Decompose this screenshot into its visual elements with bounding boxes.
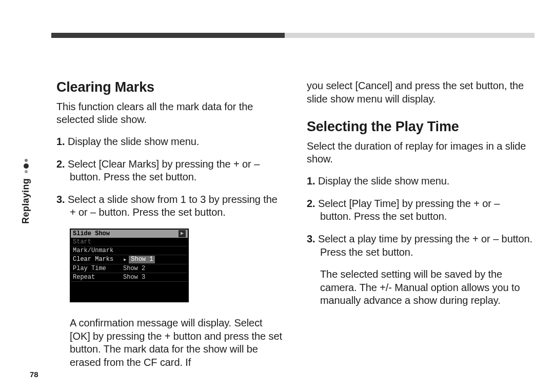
step-number: 3. bbox=[307, 233, 315, 244]
play-time-lead: Select the duration of replay for images… bbox=[307, 140, 533, 166]
step-text: Display the slide show menu. bbox=[318, 175, 449, 187]
menu-row-clear: Clear Marks▸Show 1 bbox=[71, 255, 188, 264]
menu-label: Clear Marks bbox=[73, 256, 123, 263]
clearing-marks-heading: Clearing Marks bbox=[56, 79, 283, 95]
menu-row-repeat: RepeatShow 3 bbox=[71, 273, 188, 282]
list-item: 3. Select a play time by pressing the + … bbox=[307, 233, 533, 259]
clearing-marks-steps: 1. Display the slide show menu. 2. Selec… bbox=[56, 135, 283, 219]
content-columns: Clearing Marks This function clears all … bbox=[56, 79, 533, 369]
step-text: Select [Play Time] by pressing the + or … bbox=[318, 198, 500, 222]
play-icon: ▶ bbox=[179, 230, 186, 237]
menu-label: Repeat bbox=[73, 274, 123, 281]
step-text: Select [Clear Marks] by pressing the + o… bbox=[68, 158, 260, 183]
play-time-after: The selected setting will be saved by th… bbox=[307, 268, 533, 307]
manual-page: Replaying 78 Clearing Marks This functio… bbox=[0, 0, 554, 392]
menu-title-bar: Slide Show ▶ bbox=[71, 230, 188, 238]
page-number: 78 bbox=[30, 370, 38, 379]
step-text: Select a slide show from 1 to 3 by press… bbox=[68, 194, 278, 218]
side-tab-dots bbox=[24, 159, 29, 173]
play-time-steps: 1. Display the slide show menu. 2. Selec… bbox=[307, 175, 533, 259]
menu-row-play: Play TimeShow 2 bbox=[71, 264, 188, 273]
list-item: 1. Display the slide show menu. bbox=[307, 175, 533, 188]
header-rule-dark bbox=[51, 33, 285, 38]
menu-label: Play Time bbox=[73, 265, 123, 272]
menu-label: Mark/Unmark bbox=[73, 247, 123, 254]
step-text: Display the slide show menu. bbox=[68, 136, 199, 147]
menu-label: Start bbox=[73, 238, 123, 245]
play-time-heading: Selecting the Play Time bbox=[307, 119, 533, 135]
menu-row-mark: Mark/Unmark bbox=[71, 246, 188, 255]
side-tab: Replaying bbox=[21, 159, 31, 224]
list-item: 1. Display the slide show menu. bbox=[56, 135, 283, 149]
step-number: 3. bbox=[56, 194, 65, 205]
menu-row-start: Start bbox=[71, 238, 188, 246]
header-rule-light bbox=[285, 33, 535, 38]
left-column: Clearing Marks This function clears all … bbox=[56, 79, 283, 369]
camera-menu-screenshot: Slide Show ▶ Start Mark/Unmark Clear Mar… bbox=[70, 229, 189, 302]
dot-icon bbox=[24, 163, 29, 169]
continuation-text: you select [Cancel] and press the set bu… bbox=[307, 79, 533, 106]
step-number: 2. bbox=[307, 198, 315, 209]
list-item: 2. Select [Play Time] by pressing the + … bbox=[307, 197, 533, 223]
clearing-marks-lead: This function clears all the mark data f… bbox=[56, 100, 283, 126]
header-rule bbox=[51, 33, 535, 38]
step-number: 1. bbox=[56, 136, 65, 147]
step-text: Select a play time by pressing the + or … bbox=[318, 233, 532, 258]
list-item: 2. Select [Clear Marks] by pressing the … bbox=[56, 158, 283, 184]
dot-icon bbox=[25, 159, 28, 162]
menu-value: Show 1 bbox=[129, 256, 155, 263]
step-number: 2. bbox=[56, 158, 65, 170]
step-number: 1. bbox=[307, 175, 315, 187]
dot-icon bbox=[25, 170, 28, 173]
menu-value: Show 3 bbox=[123, 274, 145, 281]
menu-value: Show 2 bbox=[123, 265, 145, 272]
menu-title: Slide Show bbox=[73, 230, 110, 237]
list-item: 3. Select a slide show from 1 to 3 by pr… bbox=[56, 193, 283, 219]
right-column: you select [Cancel] and press the set bu… bbox=[307, 79, 533, 369]
section-name: Replaying bbox=[21, 178, 31, 224]
arrow-icon: ▸ bbox=[123, 256, 127, 263]
clearing-marks-after: A confirmation message will display. Sel… bbox=[56, 317, 283, 369]
